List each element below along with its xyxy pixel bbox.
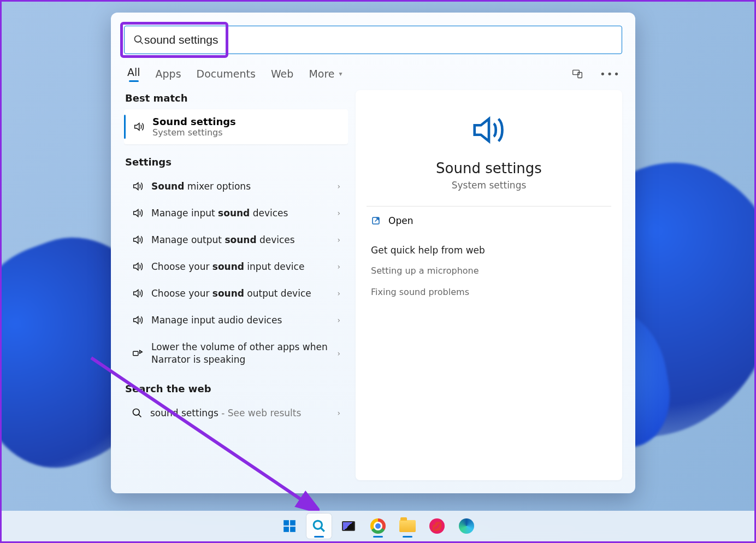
sound-icon [132, 314, 144, 326]
svg-point-13 [314, 521, 322, 529]
sound-icon [132, 180, 144, 192]
settings-result[interactable]: Manage output sound devices› [124, 227, 348, 253]
sound-icon [132, 207, 144, 219]
chevron-right-icon: › [337, 409, 340, 417]
settings-result[interactable]: Sound mixer options› [124, 173, 348, 200]
taskbar-taskview-button[interactable] [336, 514, 361, 539]
chevron-right-icon: › [337, 235, 340, 244]
settings-result[interactable]: Choose your sound input device› [124, 253, 348, 280]
search-filters: All Apps Documents Web More ▾ ••• [124, 54, 622, 90]
tab-label: Documents [197, 68, 256, 80]
chevron-right-icon: › [337, 209, 340, 217]
svg-rect-3 [578, 73, 582, 78]
taskbar-start-button[interactable] [277, 514, 302, 539]
sound-icon [464, 111, 513, 149]
svg-point-0 [135, 36, 141, 43]
result-label: Sound mixer options [151, 180, 329, 193]
chevron-right-icon: › [337, 316, 340, 324]
help-link[interactable]: Fixing sound problems [367, 281, 611, 303]
svg-rect-4 [133, 351, 138, 355]
search-icon [133, 34, 144, 45]
lips-icon: 💋 [429, 518, 445, 534]
chrome-icon [370, 518, 386, 534]
svg-rect-9 [284, 520, 289, 526]
search-box[interactable] [124, 26, 622, 54]
sound-icon [133, 121, 145, 133]
devices-icon [572, 68, 583, 79]
sound-icon [132, 261, 144, 273]
taskbar: 💋 [2, 511, 754, 541]
result-label: Choose your sound output device [151, 287, 329, 300]
tab-web[interactable]: Web [271, 68, 293, 80]
section-search-web: Search the web [124, 381, 348, 400]
help-link[interactable]: Setting up a microphone [367, 260, 611, 281]
result-label: Manage input sound devices [151, 207, 329, 220]
tab-apps[interactable]: Apps [156, 68, 181, 80]
start-search-panel: All Apps Documents Web More ▾ ••• Best m… [111, 13, 635, 493]
chevron-down-icon: ▾ [339, 70, 342, 78]
edge-icon [459, 518, 474, 534]
preview-pane: Sound settings System settings Open Get … [356, 90, 622, 480]
taskbar-chrome-button[interactable] [365, 514, 391, 539]
best-match-subtitle: System settings [152, 127, 236, 138]
preview-title: Sound settings [436, 160, 542, 176]
result-label: Manage input audio devices [151, 314, 329, 327]
search-input[interactable] [144, 33, 613, 46]
svg-rect-11 [284, 527, 289, 532]
narrator-icon [132, 347, 144, 359]
settings-result[interactable]: Manage input sound devices› [124, 200, 348, 227]
open-button[interactable]: Open [367, 206, 611, 235]
best-match-title: Sound settings [152, 116, 236, 127]
section-best-match: Best match [124, 90, 348, 109]
windows-icon [282, 519, 297, 533]
settings-result[interactable]: Choose your sound output device› [124, 280, 348, 307]
taskbar-app-button[interactable]: 💋 [424, 514, 450, 539]
taskbar-edge-button[interactable] [454, 514, 479, 539]
section-settings: Settings [124, 154, 348, 173]
result-label: Lower the volume of other apps when Narr… [151, 341, 329, 366]
settings-result[interactable]: Lower the volume of other apps when Narr… [124, 334, 348, 373]
chevron-right-icon: › [337, 182, 340, 191]
tab-all[interactable]: All [127, 66, 140, 82]
chevron-right-icon: › [337, 262, 340, 271]
tab-label: Web [271, 68, 293, 80]
svg-point-5 [133, 409, 140, 415]
web-search-result[interactable]: sound settings - See web results › [124, 400, 348, 427]
sound-icon [132, 234, 144, 246]
sound-icon [132, 287, 144, 299]
settings-result[interactable]: Manage input audio devices› [124, 307, 348, 334]
svg-line-1 [140, 42, 143, 44]
tab-documents[interactable]: Documents [197, 68, 256, 80]
chevron-right-icon: › [337, 289, 340, 298]
result-label: Choose your sound input device [151, 261, 329, 273]
quick-help-header: Get quick help from web [367, 235, 611, 260]
chevron-right-icon: › [337, 349, 340, 358]
tab-label: All [127, 66, 140, 78]
taskbar-search-button[interactable] [306, 514, 332, 539]
tab-label: Apps [156, 68, 181, 80]
preview-subtitle: System settings [452, 180, 527, 191]
svg-rect-10 [290, 520, 296, 526]
ellipsis-icon: ••• [600, 68, 621, 80]
search-icon [132, 408, 143, 418]
taskbar-explorer-button[interactable] [395, 514, 420, 539]
search-icon [312, 519, 326, 533]
svg-line-6 [139, 414, 141, 417]
svg-line-14 [321, 528, 324, 532]
taskview-icon [342, 521, 355, 531]
folder-icon [399, 520, 416, 532]
tab-more[interactable]: More [309, 68, 334, 80]
results-column: Best match Sound settings System setting… [124, 90, 348, 480]
result-label: Manage output sound devices [151, 234, 329, 246]
more-options-button[interactable]: ••• [601, 65, 619, 82]
tab-label: More [309, 68, 334, 80]
best-match-result[interactable]: Sound settings System settings [124, 109, 348, 144]
svg-rect-12 [290, 527, 296, 532]
open-label: Open [388, 215, 413, 226]
search-across-devices-button[interactable] [569, 65, 586, 82]
web-result-label: sound settings - See web results [150, 407, 329, 420]
open-icon [371, 216, 381, 226]
